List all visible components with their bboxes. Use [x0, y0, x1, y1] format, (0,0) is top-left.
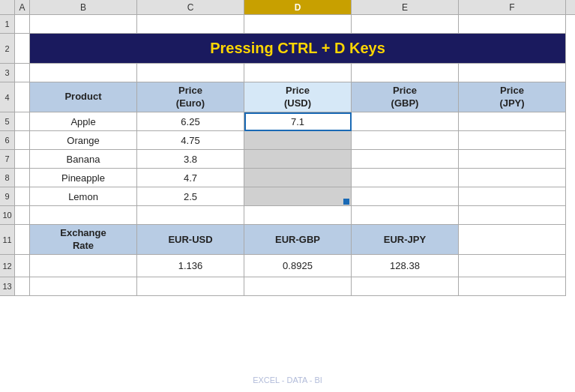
cell-f13[interactable] — [459, 277, 566, 296]
cell-e1[interactable] — [352, 15, 459, 34]
col-header-c[interactable]: C — [137, 0, 244, 14]
cell-e4-gbp[interactable]: Price (GBP) — [352, 82, 459, 112]
grid-row-13 — [15, 277, 575, 296]
row-header-8[interactable]: 8 — [0, 169, 14, 187]
row-header-11[interactable]: 11 — [0, 225, 14, 255]
cell-f11[interactable] — [459, 225, 566, 255]
grid: Pressing CTRL + D Keys Product Price (Eu… — [15, 15, 575, 296]
cell-d10[interactable] — [244, 206, 352, 225]
cell-a12[interactable] — [15, 255, 30, 277]
cell-b13[interactable] — [30, 277, 137, 296]
cell-a13[interactable] — [15, 277, 30, 296]
col-header-a[interactable]: A — [15, 0, 30, 14]
cell-b4-product[interactable]: Product — [30, 82, 137, 112]
cell-e10[interactable] — [352, 206, 459, 225]
cell-a11[interactable] — [15, 225, 30, 255]
cell-e7[interactable] — [352, 150, 459, 169]
cell-d4-usd[interactable]: Price (USD) — [244, 82, 352, 112]
cell-f1[interactable] — [459, 15, 566, 34]
cell-f8[interactable] — [459, 169, 566, 187]
cell-e9[interactable] — [352, 187, 459, 206]
cell-c13[interactable] — [137, 277, 244, 296]
cell-e3[interactable] — [352, 64, 459, 82]
cell-f12[interactable] — [459, 255, 566, 277]
cell-d13[interactable] — [244, 277, 352, 296]
row-header-5[interactable]: 5 — [0, 112, 14, 131]
cell-b8-pineapple[interactable]: Pineapple — [30, 169, 137, 187]
row-header-4[interactable]: 4 — [0, 82, 14, 112]
cell-a7[interactable] — [15, 150, 30, 169]
col-header-b[interactable]: B — [30, 0, 137, 14]
cell-c6-euro[interactable]: 4.75 — [137, 131, 244, 150]
cell-a2[interactable] — [15, 34, 30, 64]
cell-c4-euro[interactable]: Price (Euro) — [137, 82, 244, 112]
cell-c8-euro[interactable]: 4.7 — [137, 169, 244, 187]
grid-row-4: Product Price (Euro) Price (USD) Price (… — [15, 82, 575, 112]
cell-f9[interactable] — [459, 187, 566, 206]
cell-e13[interactable] — [352, 277, 459, 296]
cell-b11-exchange[interactable]: Exchange Rate — [30, 225, 137, 255]
cell-a3[interactable] — [15, 64, 30, 82]
cell-d5-usd[interactable]: 7.1 — [244, 112, 352, 131]
cell-e12-eurjpy-val[interactable]: 128.38 — [352, 255, 459, 277]
col-header-f[interactable]: F — [459, 0, 566, 14]
row-headers: 1 2 3 4 5 6 7 8 9 10 11 12 13 — [0, 15, 15, 296]
grid-row-6: Orange 4.75 — [15, 131, 575, 150]
cell-a6[interactable] — [15, 131, 30, 150]
row-header-9[interactable]: 9 — [0, 187, 14, 206]
cell-c1[interactable] — [137, 15, 244, 34]
cell-d7[interactable] — [244, 150, 352, 169]
cell-e6[interactable] — [352, 131, 459, 150]
cell-c12-eurusd-val[interactable]: 1.136 — [137, 255, 244, 277]
cell-b3[interactable] — [30, 64, 137, 82]
cell-c3[interactable] — [137, 64, 244, 82]
row-header-1[interactable]: 1 — [0, 15, 14, 34]
cell-c5-euro[interactable]: 6.25 — [137, 112, 244, 131]
cell-e11-eurjpy[interactable]: EUR-JPY — [352, 225, 459, 255]
cell-c11-eurusd[interactable]: EUR-USD — [137, 225, 244, 255]
row-header-12[interactable]: 12 — [0, 255, 14, 277]
title-cell[interactable]: Pressing CTRL + D Keys — [30, 34, 566, 64]
cell-c10[interactable] — [137, 206, 244, 225]
cell-b5-apple[interactable]: Apple — [30, 112, 137, 131]
cell-e5[interactable] — [352, 112, 459, 131]
cell-b7-banana[interactable]: Banana — [30, 150, 137, 169]
cell-f10[interactable] — [459, 206, 566, 225]
spreadsheet-body: 1 2 3 4 5 6 7 8 9 10 11 12 13 — [0, 15, 575, 296]
cell-d8[interactable] — [244, 169, 352, 187]
cell-f6[interactable] — [459, 131, 566, 150]
cell-a10[interactable] — [15, 206, 30, 225]
cell-b6-orange[interactable]: Orange — [30, 131, 137, 150]
cell-f4-jpy[interactable]: Price (JPY) — [459, 82, 566, 112]
col-header-e[interactable]: E — [352, 0, 459, 14]
row-header-13[interactable]: 13 — [0, 277, 14, 296]
cell-d6[interactable] — [244, 131, 352, 150]
cell-f7[interactable] — [459, 150, 566, 169]
cell-a5[interactable] — [15, 112, 30, 131]
row-header-7[interactable]: 7 — [0, 150, 14, 169]
cell-b9-lemon[interactable]: Lemon — [30, 187, 137, 206]
cell-f5[interactable] — [459, 112, 566, 131]
col-header-d[interactable]: D — [244, 0, 352, 14]
cell-b12[interactable] — [30, 255, 137, 277]
row-header-2[interactable]: 2 — [0, 34, 14, 64]
cell-c7-euro[interactable]: 3.8 — [137, 150, 244, 169]
row-header-6[interactable]: 6 — [0, 131, 14, 150]
cell-b10[interactable] — [30, 206, 137, 225]
cell-d12-eurgbp-val[interactable]: 0.8925 — [244, 255, 352, 277]
row-header-3[interactable]: 3 — [0, 64, 14, 82]
cell-d11-eurgbp[interactable]: EUR-GBP — [244, 225, 352, 255]
row-header-10[interactable]: 10 — [0, 206, 14, 225]
cell-c9-euro[interactable]: 2.5 — [137, 187, 244, 206]
cell-b1[interactable] — [30, 15, 137, 34]
cell-d3[interactable] — [244, 64, 352, 82]
cell-a9[interactable] — [15, 187, 30, 206]
cell-a1[interactable] — [15, 15, 30, 34]
cell-a8[interactable] — [15, 169, 30, 187]
cell-d9[interactable] — [244, 187, 352, 206]
cell-d1[interactable] — [244, 15, 352, 34]
cell-a4[interactable] — [15, 82, 30, 112]
cell-f3[interactable] — [459, 64, 566, 82]
column-headers: A B C D E F — [0, 0, 575, 15]
cell-e8[interactable] — [352, 169, 459, 187]
